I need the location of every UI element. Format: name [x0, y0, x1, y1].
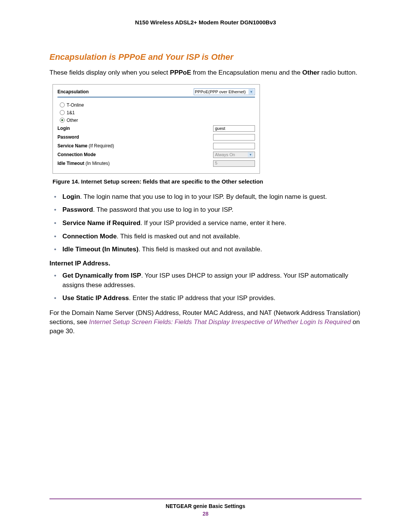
intro-text-post: radio button. [320, 69, 357, 76]
list-item-bold: Service Name if Required [62, 219, 140, 227]
figure-caption: Figure 14. Internet Setup screen: fields… [53, 178, 362, 185]
list-item-text: . This field is masked out and not avail… [117, 233, 241, 240]
list-item: Service Name if Required. If your ISP pr… [49, 219, 362, 228]
connection-mode-row: Connection Mode Always On ▾ [57, 150, 255, 159]
service-name-input[interactable] [213, 143, 255, 149]
footer-title: NETGEAR genie Basic Settings [49, 503, 362, 509]
list-item-text: . The password that you use to log in to… [93, 206, 233, 213]
closing-paragraph: For the Domain Name Server (DNS) Address… [49, 308, 362, 335]
password-label: Password [57, 134, 79, 140]
page-footer: NETGEAR genie Basic Settings 28 [49, 498, 362, 517]
radio-icon [60, 110, 65, 115]
list-item: Get Dynamically from ISP. Your ISP uses … [49, 271, 362, 290]
idle-timeout-paren: (In Minutes) [84, 161, 110, 166]
encapsulation-label: Encapsulation [57, 89, 89, 94]
document-page: N150 Wireless ADSL2+ Modem Router DGN100… [0, 0, 411, 532]
connection-mode-value: Always On [215, 152, 235, 157]
list-item: Use Static IP Address. Enter the static … [49, 294, 362, 303]
list-item: Connection Mode. This field is masked ou… [49, 232, 362, 241]
service-name-paren: (If Required) [88, 143, 114, 149]
section-heading: Encapsulation is PPPoE and Your ISP is O… [49, 52, 362, 62]
radio-option-1and1[interactable]: 1&1 [57, 109, 255, 117]
radio-option-tonline[interactable]: T-Online [57, 101, 255, 109]
intro-text-mid: from the Encapsulation menu and the [191, 69, 302, 76]
login-label: Login [57, 126, 70, 131]
list-item: Login. The login name that you use to lo… [49, 192, 362, 202]
footer-page-number: 28 [49, 511, 362, 517]
radio-selected-dot-icon [61, 119, 63, 121]
list-item: Idle Timeout (In Minutes). This field is… [49, 245, 362, 254]
radio-icon [60, 118, 65, 123]
list-item-bold: Password [62, 206, 93, 213]
password-input[interactable] [213, 134, 255, 141]
radio-label: T-Online [67, 102, 84, 108]
password-row: Password [57, 133, 255, 142]
list-item-bold: Get Dynamically from ISP [62, 272, 141, 279]
connection-mode-label: Connection Mode [57, 152, 96, 157]
intro-paragraph: These fields display only when you selec… [49, 68, 362, 77]
service-name-label: Service Name [57, 143, 88, 149]
login-row: Login [57, 124, 255, 133]
chevron-down-icon: ▾ [249, 89, 254, 94]
list-item-bold: Idle Timeout (In Minutes) [62, 246, 139, 253]
encapsulation-select-value: PPPoE(PPP over Ethernet) [195, 89, 246, 94]
list-item-text: . The login name that you use to log in … [80, 193, 327, 200]
cross-reference-link[interactable]: Internet Setup Screen Fields: Fields Tha… [89, 318, 351, 326]
figure-screenshot: Encapsulation PPPoE(PPP over Ethernet) ▾… [53, 84, 260, 174]
login-input[interactable] [213, 125, 255, 132]
list-item-bold: Login [62, 193, 80, 200]
idle-timeout-row: Idle Timeout (In Minutes) 5 [57, 159, 255, 168]
list-item-bold: Connection Mode [62, 233, 117, 240]
idle-timeout-input: 5 [213, 160, 255, 167]
idle-timeout-label: Idle Timeout [57, 161, 84, 166]
header-product-title: N150 Wireless ADSL2+ Modem Router DGN100… [49, 19, 362, 26]
radio-label: 1&1 [67, 110, 75, 115]
list-item-bold: Use Static IP Address [62, 294, 129, 302]
list-item-text: . This field is masked out and not avail… [139, 246, 262, 253]
chevron-down-icon: ▾ [248, 152, 253, 157]
list-item-text: . If your ISP provided a service name, e… [140, 219, 286, 227]
intro-text-pre: These fields display only when you selec… [49, 69, 170, 76]
field-description-list: Login. The login name that you use to lo… [49, 192, 362, 254]
encapsulation-row: Encapsulation PPPoE(PPP over Ethernet) ▾ [57, 88, 255, 97]
encapsulation-select[interactable]: PPPoE(PPP over Ethernet) ▾ [194, 88, 255, 95]
radio-label: Other [67, 118, 78, 123]
service-name-row: Service Name (If Required) [57, 142, 255, 150]
ip-address-list: Get Dynamically from ISP. Your ISP uses … [49, 271, 362, 303]
internet-ip-subhead: Internet IP Address. [49, 260, 362, 267]
radio-option-other[interactable]: Other [57, 117, 255, 124]
list-item: Password. The password that you use to l… [49, 205, 362, 215]
list-item-text: . Enter the static IP address that your … [129, 294, 276, 302]
radio-icon [60, 102, 65, 107]
intro-bold-other: Other [302, 69, 319, 76]
intro-bold-pppoe: PPPoE [170, 69, 191, 76]
connection-mode-select: Always On ▾ [213, 152, 255, 158]
